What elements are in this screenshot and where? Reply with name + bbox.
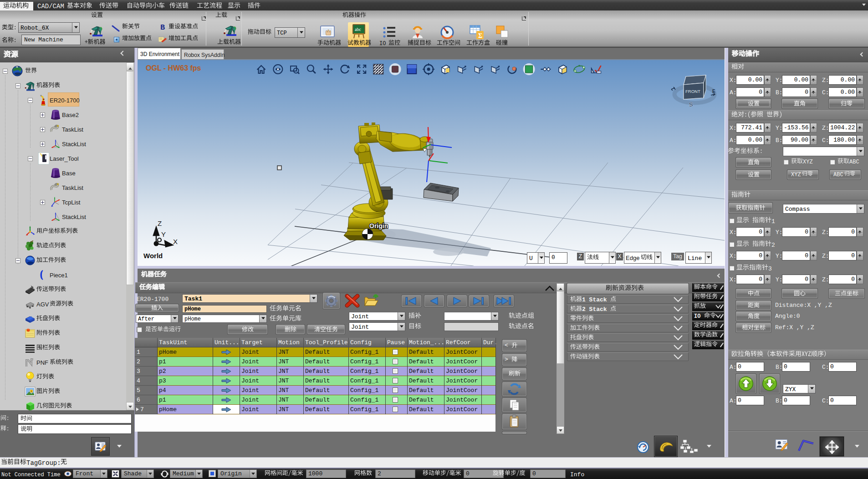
svg-text:Y: Y <box>161 230 166 238</box>
svg-text:Σ: Σ <box>478 32 482 39</box>
svg-text:X: X <box>173 238 178 245</box>
svg-text:Z: Z <box>158 219 162 227</box>
svg-text:OGL - HW63 fps: OGL - HW63 fps <box>146 64 201 72</box>
svg-text:S: S <box>689 101 693 108</box>
svg-text:FRONT: FRONT <box>685 89 700 94</box>
svg-text:E: E <box>712 89 715 94</box>
svg-text:abc: abc <box>355 27 361 32</box>
svg-text:World: World <box>143 252 163 260</box>
svg-text:Origin: Origin <box>369 222 388 229</box>
